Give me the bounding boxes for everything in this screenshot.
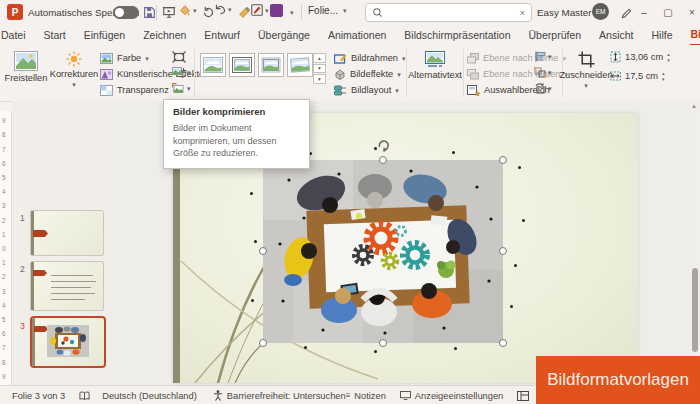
picture-border-button[interactable]: Bildrahmen ▾ <box>334 51 406 65</box>
resize-handle-bottom-right[interactable] <box>499 339 507 347</box>
picture-layout-icon <box>334 85 347 96</box>
slide-thumbnail-1[interactable] <box>30 210 104 256</box>
ruler-number: 2 <box>2 217 6 224</box>
document-title-menu[interactable]: Folie... ▾ <box>308 5 347 16</box>
scroll-up-icon[interactable]: ▲ <box>691 103 697 109</box>
toggle-knob <box>115 8 124 17</box>
start-slideshow-icon[interactable] <box>160 3 178 21</box>
user-name: Easy Master <box>537 7 591 18</box>
ruler-number: 2 <box>2 273 6 280</box>
resize-handle-bottom-center[interactable] <box>379 339 387 347</box>
height-field[interactable]: 13,06 cm ▴▾ <box>610 50 670 64</box>
minimize-button[interactable]: – <box>634 2 654 22</box>
slide-thumbnail-2[interactable] <box>30 261 104 311</box>
tab-uebergaenge[interactable]: Übergänge <box>257 25 311 45</box>
ribbon-tabs: Datei Start Einfügen Zeichnen Entwurf Üb… <box>0 24 700 45</box>
tab-bildschirmpraesentation[interactable]: Bildschirmpräsentation <box>403 25 511 45</box>
slide-number: 3 <box>20 321 25 331</box>
tab-bildformat[interactable]: Bildformat <box>690 24 700 46</box>
tab-start[interactable]: Start <box>43 25 67 45</box>
ribbon: Freistellen Korrekturen ▾ Farbe ▾ Künstl… <box>0 45 700 102</box>
slide-accent-arrow <box>33 270 47 276</box>
selection-pane-icon <box>467 85 480 96</box>
qat-overflow-icon[interactable]: ▾ <box>290 9 294 16</box>
tab-einfuegen[interactable]: Einfügen <box>83 25 126 45</box>
reset-picture-button[interactable]: ▾ <box>172 83 191 94</box>
display-settings-icon <box>400 391 411 400</box>
send-backward-icon <box>467 69 479 80</box>
autosave-toggle[interactable] <box>113 6 139 19</box>
remove-background-button[interactable]: Freistellen <box>3 48 49 83</box>
gallery-scroll-controls: ▴ ▾ ▾ <box>313 53 326 84</box>
close-button[interactable]: × <box>682 2 700 22</box>
tab-ansicht[interactable]: Ansicht <box>598 25 634 45</box>
alt-text-button[interactable]: Alternativtext <box>409 48 461 80</box>
powerpoint-logo-icon[interactable]: P <box>7 4 23 20</box>
gallery-more-icon[interactable]: ▾ <box>313 74 326 84</box>
vertical-ruler[interactable]: 9876543210123456789 <box>0 111 12 385</box>
group-objects-button[interactable]: ▾ <box>534 67 552 78</box>
tab-hilfe[interactable]: Hilfe <box>651 25 674 45</box>
scrollbar-thumb[interactable] <box>692 268 698 352</box>
picture-layout-button[interactable]: Bildlayout ▾ <box>334 83 399 97</box>
resize-handle-middle-right[interactable] <box>499 247 507 255</box>
team-photo[interactable] <box>263 160 503 343</box>
add-in-icon[interactable] <box>270 4 283 17</box>
resize-handle-bottom-left[interactable] <box>259 339 267 347</box>
ink-button[interactable]: ▾ <box>250 3 269 17</box>
picture-effects-button[interactable]: Bildeffekte ▾ <box>334 67 401 81</box>
tab-ueberpruefen[interactable]: Überprüfen <box>528 25 583 45</box>
width-field[interactable]: 17,5 cm ▴▾ <box>610 69 665 83</box>
vertical-scrollbar[interactable]: ▲ <box>690 101 700 385</box>
change-picture-button[interactable]: ▾ <box>172 67 191 78</box>
pencil-icon[interactable] <box>617 4 635 22</box>
accessibility-status[interactable]: Barrierefreiheit: Untersuchen <box>213 390 346 401</box>
picture-style-thumbnail[interactable] <box>258 53 284 77</box>
height-spinner[interactable]: ▴▾ <box>667 52 670 63</box>
title-bar: P Automatisches Speichern ▾ ▾ ▾ <box>0 0 700 24</box>
search-clear-icon[interactable]: × <box>520 8 525 18</box>
compress-pictures-tooltip: Bilder komprimieren Bilder im Dokument k… <box>163 99 310 169</box>
mark-dot <box>250 192 253 195</box>
mark-dot <box>254 240 257 243</box>
picture-style-thumbnail[interactable] <box>287 53 313 77</box>
slide-counter[interactable]: Folie 3 von 3 <box>12 391 65 401</box>
maximize-button[interactable]: ▢ <box>658 2 678 22</box>
spellcheck-book-icon[interactable] <box>79 391 90 401</box>
gallery-up-icon[interactable]: ▴ <box>313 53 326 63</box>
width-spinner[interactable]: ▴▾ <box>662 71 665 82</box>
rotate-objects-button[interactable]: ▾ <box>534 83 552 94</box>
slide-thumbnail-3-selected[interactable] <box>30 316 106 368</box>
resize-handle-top-right[interactable] <box>499 156 507 164</box>
tab-animationen[interactable]: Animationen <box>327 25 387 45</box>
notes-button[interactable]: ≡ Notizen <box>346 391 386 401</box>
normal-view-icon[interactable] <box>517 391 529 401</box>
resize-handle-top-center[interactable] <box>379 156 387 164</box>
align-button[interactable]: ▾ <box>534 51 552 62</box>
mark-dot <box>518 166 521 169</box>
notes-icon: ≡ <box>346 391 351 400</box>
gallery-down-icon[interactable]: ▾ <box>313 64 326 74</box>
search-input[interactable]: × <box>365 3 532 22</box>
tab-zeichnen[interactable]: Zeichnen <box>142 25 187 45</box>
avatar[interactable]: EM <box>592 3 609 20</box>
tab-datei[interactable]: Datei <box>0 25 27 45</box>
crop-button[interactable]: Zuschneiden ▾ <box>565 48 607 89</box>
mark-dot <box>374 350 377 353</box>
group-objects-icon <box>534 67 546 78</box>
corrections-button[interactable]: Korrekturen ▾ <box>51 48 97 88</box>
mark-dot <box>514 264 517 267</box>
language-status[interactable]: Deutsch (Deutschland) <box>102 391 197 401</box>
resize-handle-middle-left[interactable] <box>259 247 267 255</box>
rotate-handle-icon[interactable] <box>376 138 391 153</box>
display-settings-button[interactable]: Anzeigeeinstellungen <box>400 391 503 401</box>
shape-fill-button[interactable]: ▾ <box>178 3 197 17</box>
color-button[interactable]: Farbe ▾ <box>100 51 149 65</box>
send-backward-button[interactable]: Ebene nach hinten ▾ <box>467 67 568 81</box>
picture-style-thumbnail[interactable] <box>229 53 255 77</box>
undo-button[interactable]: ▾ <box>214 3 232 16</box>
compress-pictures-button[interactable] <box>172 51 186 63</box>
picture-style-thumbnail[interactable] <box>200 53 226 77</box>
transparency-button[interactable]: Transparenz ▾ <box>100 83 176 97</box>
tab-entwurf[interactable]: Entwurf <box>203 25 241 45</box>
